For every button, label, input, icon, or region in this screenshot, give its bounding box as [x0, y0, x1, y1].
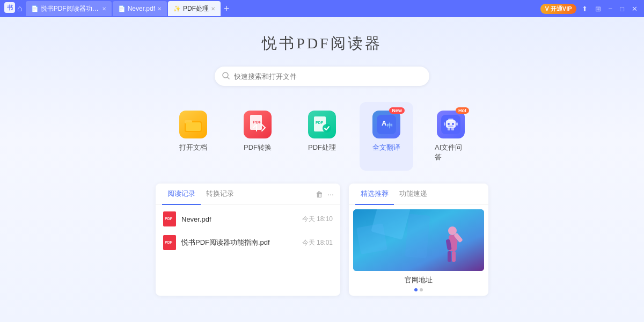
search-icon — [222, 72, 230, 81]
svg-rect-24 — [451, 128, 454, 130]
file-item-1[interactable]: PDF 悦书PDF阅读器功能指南.pdf 今天 18:01 — [156, 231, 340, 254]
tab-pdf-process[interactable]: ✨ PDF处理 ✕ — [168, 1, 221, 16]
panel-tabs: 阅读记录 转换记录 🗑 ··· — [156, 184, 340, 205]
tab-features-news[interactable]: 功能速递 — [394, 184, 433, 205]
svg-rect-32 — [405, 214, 430, 258]
more-options-icon[interactable]: ··· — [327, 190, 334, 199]
feature-icon-folder — [179, 111, 207, 138]
tab-icon-never: 📄 — [118, 5, 126, 12]
svg-rect-22 — [456, 122, 458, 126]
bottom-panel: 阅读记录 转换记录 🗑 ··· PDF Never.pdf 今天 18:10 — [156, 184, 488, 296]
recommend-banner-bg — [353, 209, 484, 271]
tab-label-never: Never.pdf — [128, 5, 155, 12]
file-time-1: 今天 18:01 — [302, 238, 333, 247]
feature-ai[interactable]: Hot AI文件问答 — [424, 102, 478, 171]
delete-history-icon[interactable]: 🗑 — [316, 190, 323, 199]
file-list: PDF Never.pdf 今天 18:10 PDF 悦书PDF阅读器功能指南.… — [156, 205, 340, 257]
recent-panel: 阅读记录 转换记录 🗑 ··· PDF Never.pdf 今天 18:10 — [156, 184, 340, 296]
titlebar-controls: V 开通VIP ⬆ ⊞ − □ ✕ — [540, 4, 640, 14]
feature-label-process: PDF处理 — [308, 143, 336, 152]
tab-icon-pdf-process: ✨ — [173, 5, 181, 12]
feature-icon-ai: Hot — [437, 111, 465, 138]
tab-convert-history[interactable]: 转换记录 — [201, 184, 239, 205]
tab-label-pdf-process: PDF处理 — [183, 4, 209, 13]
tab-never[interactable]: 📄 Never.pdf ✕ — [113, 1, 167, 16]
tab-icon-yueshu: 📄 — [31, 5, 39, 12]
feature-pdf-process[interactable]: PDF PDF处理 — [295, 102, 349, 171]
maximize-button[interactable]: □ — [618, 4, 626, 14]
tab-close-yueshu[interactable]: ✕ — [102, 6, 106, 12]
badge-new: New — [389, 107, 405, 114]
recommend-banner[interactable] — [353, 209, 484, 271]
pdf-file-icon-1: PDF — [163, 235, 176, 250]
recommend-content: 官网地址 — [349, 205, 488, 296]
svg-text:A: A — [382, 119, 387, 127]
panel-tab-actions: 🗑 ··· — [316, 190, 334, 199]
grid-icon[interactable]: ⊞ — [593, 4, 603, 14]
feature-pdf-convert[interactable]: PDF PDF转换 — [231, 102, 284, 171]
feature-icon-pdf-process: PDF — [308, 111, 336, 138]
svg-text:PDF: PDF — [165, 240, 173, 244]
badge-hot: Hot — [456, 107, 469, 114]
svg-text:PDF: PDF — [165, 217, 173, 221]
feature-label-ai: AI文件问答 — [435, 143, 467, 162]
search-input[interactable] — [234, 72, 422, 80]
svg-point-19 — [452, 123, 454, 125]
vip-badge[interactable]: V 开通VIP — [540, 4, 576, 14]
svg-rect-21 — [444, 122, 445, 126]
main-content: 悦书PDF阅读器 打开文档 — [0, 17, 644, 322]
dot-1[interactable] — [420, 288, 423, 291]
file-name-0: Never.pdf — [181, 215, 298, 223]
tab-reading-history[interactable]: 阅读记录 — [162, 184, 201, 205]
file-name-1: 悦书PDF阅读器功能指南.pdf — [181, 238, 298, 247]
svg-rect-20 — [448, 126, 453, 127]
feature-grid: 打开文档 PDF PDF转换 PDF — [166, 102, 478, 171]
svg-text:PDF: PDF — [316, 121, 324, 125]
tab-yueshu[interactable]: 📄 悦书PDF阅读器功能指… ✕ — [26, 1, 112, 16]
app-title: 悦书PDF阅读器 — [262, 33, 382, 54]
minimize-button[interactable]: − — [606, 4, 615, 14]
feature-label-convert: PDF转换 — [244, 143, 272, 152]
pdf-file-icon-0: PDF — [163, 211, 176, 226]
svg-text:PDF: PDF — [253, 120, 261, 125]
tab-label-yueshu: 悦书PDF阅读器功能指… — [41, 4, 100, 13]
tab-close-never[interactable]: ✕ — [157, 6, 162, 12]
svg-point-18 — [448, 123, 450, 125]
svg-rect-23 — [448, 128, 450, 130]
tab-close-pdf-process[interactable]: ✕ — [211, 6, 215, 12]
recommend-item-title: 官网地址 — [353, 275, 484, 285]
share-icon[interactable]: ⬆ — [580, 4, 590, 14]
close-button[interactable]: ✕ — [630, 4, 640, 14]
home-icon[interactable]: ⌂ — [17, 4, 23, 13]
svg-rect-31 — [356, 223, 387, 254]
feature-open-doc[interactable]: 打开文档 — [166, 102, 220, 171]
add-tab-button[interactable]: + — [224, 3, 230, 14]
svg-text:书: 书 — [7, 4, 13, 11]
feature-translate[interactable]: A 中 New 全文翻译 — [360, 102, 413, 171]
file-time-0: 今天 18:10 — [302, 215, 333, 224]
svg-text:中: 中 — [387, 122, 393, 129]
svg-rect-38 — [452, 251, 456, 262]
svg-line-3 — [228, 77, 229, 79]
feature-label-open: 打开文档 — [179, 143, 207, 152]
file-item-0[interactable]: PDF Never.pdf 今天 18:10 — [156, 207, 340, 231]
titlebar: 书 ⌂ 📄 悦书PDF阅读器功能指… ✕ 📄 Never.pdf ✕ ✨ PDF… — [0, 0, 644, 17]
tab-featured[interactable]: 精选推荐 — [355, 184, 394, 205]
svg-point-33 — [448, 226, 457, 235]
app-logo: 书 — [4, 2, 15, 15]
dot-0[interactable] — [414, 288, 418, 291]
svg-rect-37 — [448, 251, 451, 262]
feature-icon-pdf-convert: PDF — [244, 111, 272, 138]
feature-icon-translate: A 中 New — [372, 111, 400, 138]
feature-label-translate: 全文翻译 — [372, 143, 400, 152]
svg-rect-17 — [448, 119, 453, 121]
recommend-tabs: 精选推荐 功能速递 — [349, 184, 488, 205]
recommend-panel: 精选推荐 功能速递 — [349, 184, 488, 296]
svg-point-11 — [323, 124, 331, 133]
search-bar[interactable] — [215, 67, 429, 86]
tabs-container: 📄 悦书PDF阅读器功能指… ✕ 📄 Never.pdf ✕ ✨ PDF处理 ✕… — [26, 0, 541, 17]
svg-rect-6 — [186, 122, 201, 131]
recommend-dots — [353, 288, 484, 291]
